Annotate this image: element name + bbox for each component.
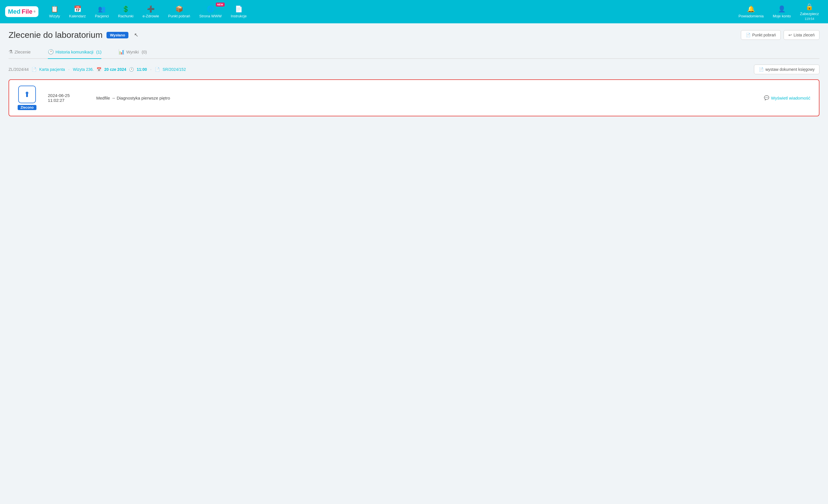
accounting-button[interactable]: 📄 wystaw dokument księgowy: [754, 64, 820, 74]
order-id: ZL/2024/44: [8, 67, 29, 72]
comm-entry: ⬆ Zlecono 2024-06-25 11:02:27 Medfile → …: [18, 86, 810, 110]
new-badge: NEW: [216, 3, 225, 6]
moje-konto-label: Moje konto: [773, 14, 791, 18]
header-buttons: 📄 Punkt pobrań ↩ Lista zleceń: [741, 30, 820, 40]
lista-zlecen-label: Lista zleceń: [793, 33, 815, 37]
moje-konto-button[interactable]: 👤 Moje konto: [769, 3, 795, 20]
punkt-pobran-label: Punkt pobrań: [168, 14, 190, 18]
wizyty-label: Wizyty: [49, 14, 60, 18]
meta-left: ZL/2024/44 📄 Karta pacjenta · Wizyta 236…: [8, 67, 186, 72]
wyniki-tab-label: Wyniki: [126, 49, 139, 54]
tabs: ⚗ Zlecenie 🕐 Historia komunikacji (1) 📊 …: [8, 46, 820, 59]
sidebar-item-punkt-pobran[interactable]: 📦 Punkt pobrań: [164, 3, 194, 20]
karta-pacjenta-link[interactable]: Karta pacjenta: [39, 67, 65, 72]
meta-time: 11:00: [137, 67, 147, 72]
powiadomienia-label: Powiadomienia: [739, 14, 764, 18]
navbar: MedFile® 📋 Wizyty 📅 Kalendarz 👥 Pacjenci…: [0, 0, 828, 23]
comm-upload-icon: ⬆: [18, 86, 36, 103]
rachunki-icon: 💲: [122, 5, 130, 13]
meta-date: 20 cze 2024: [104, 67, 126, 72]
view-message-link[interactable]: 💬 Wyświetl wiadomość: [764, 95, 810, 100]
doc-id-link[interactable]: SR/2024/152: [163, 67, 186, 72]
communication-card: ⬆ Zlecono 2024-06-25 11:02:27 Medfile → …: [8, 79, 820, 116]
zlecenie-tab-icon: ⚗: [8, 49, 13, 55]
wyniki-tab-icon: 📊: [118, 49, 124, 55]
e-zdrowie-label: e-Zdrowie: [143, 14, 159, 18]
instrukcje-icon: 📄: [235, 5, 243, 13]
nav-right: 🔔 Powiadomienia 👤 Moje konto 🔒 Zabezpiec…: [735, 1, 823, 23]
comm-time: 11:02:27: [48, 98, 85, 103]
comm-icon-area: ⬆ Zlecono: [18, 86, 36, 110]
tab-wyniki[interactable]: 📊 Wyniki (0): [118, 46, 147, 59]
sidebar-item-instrukcje[interactable]: 📄 Instrukcje: [227, 3, 251, 20]
cursor-icon: ↖: [134, 32, 138, 38]
sidebar-item-kalendarz[interactable]: 📅 Kalendarz: [65, 3, 90, 20]
dot-1: ·: [68, 67, 70, 72]
comm-route: Medfile → Diagnostyka pierwsze piętro: [96, 96, 752, 100]
file-icon: 📄: [32, 67, 36, 72]
accounting-icon: 📄: [759, 67, 764, 72]
pacjenci-label: Pacjenci: [95, 14, 109, 18]
main-content: Zlecenie do laboratorium Wysłano ↖ 📄 Pun…: [0, 23, 828, 123]
comm-status-label: Zlecono: [18, 105, 36, 110]
punkt-pobran-header-label: Punkt pobrań: [752, 33, 776, 37]
back-icon: ↩: [788, 33, 792, 37]
calendar-icon: 📅: [96, 67, 101, 72]
sidebar-item-wizyty[interactable]: 📋 Wizyty: [45, 3, 64, 20]
wyniki-tab-count: (0): [141, 49, 147, 54]
lock-icon: 🔒: [805, 3, 813, 10]
logo-file: File: [22, 8, 33, 15]
page-header: Zlecenie do laboratorium Wysłano ↖ 📄 Pun…: [8, 30, 820, 40]
historia-tab-icon: 🕐: [48, 49, 54, 55]
historia-tab-count: (1): [96, 49, 101, 54]
pacjenci-icon: 👥: [98, 5, 106, 13]
zabezpiecz-label: Zabezpiecz: [800, 12, 819, 16]
punkt-pobran-header-icon: 📄: [746, 33, 751, 37]
strona-www-label: Strona WWW: [199, 14, 222, 18]
kalendarz-label: Kalendarz: [69, 14, 86, 18]
tab-zlecenie[interactable]: ⚗ Zlecenie: [8, 46, 31, 59]
powiadomienia-button[interactable]: 🔔 Powiadomienia: [735, 3, 768, 20]
karta-pacjenta-label: Karta pacjenta: [39, 67, 65, 72]
rachunki-label: Rachunki: [118, 14, 133, 18]
status-badge: Wysłano: [107, 32, 128, 38]
instrukcje-label: Instrukcje: [231, 14, 247, 18]
nav-items: 📋 Wizyty 📅 Kalendarz 👥 Pacjenci 💲 Rachun…: [45, 3, 735, 20]
lista-zlecen-button[interactable]: ↩ Lista zleceń: [784, 30, 820, 40]
tab-historia-komunikacji[interactable]: 🕐 Historia komunikacji (1): [48, 46, 101, 59]
wizyta-link[interactable]: Wizyta 236.: [73, 67, 94, 72]
logo-area[interactable]: MedFile®: [5, 6, 38, 17]
bell-icon: 🔔: [747, 5, 755, 13]
doc-icon: 📄: [155, 67, 160, 72]
comm-datetime: 2024-06-25 11:02:27: [48, 93, 85, 103]
sidebar-item-strona-www[interactable]: NEW 🌐 Strona WWW: [195, 3, 226, 20]
page-title-area: Zlecenie do laboratorium Wysłano ↖: [8, 30, 138, 40]
logo-med: Med: [8, 8, 20, 15]
user-icon: 👤: [778, 5, 786, 13]
doc-id: SR/2024/152: [163, 67, 186, 72]
historia-tab-label: Historia komunikacji: [55, 49, 93, 54]
wizyta-label: Wizyta 236.: [73, 67, 94, 72]
punkt-pobran-header-button[interactable]: 📄 Punkt pobrań: [741, 30, 781, 40]
zlecenie-tab-label: Zlecenie: [14, 49, 31, 54]
sidebar-item-e-zdrowie[interactable]: ➕ e-Zdrowie: [139, 3, 163, 20]
kalendarz-icon: 📅: [74, 5, 81, 13]
logo-box: MedFile®: [5, 6, 38, 17]
zabezpiecz-time: 119:54: [805, 17, 814, 20]
meta-row: ZL/2024/44 📄 Karta pacjenta · Wizyta 236…: [8, 64, 820, 74]
dot-2: ·: [150, 67, 152, 72]
sidebar-item-rachunki[interactable]: 💲 Rachunki: [114, 3, 137, 20]
sidebar-item-pacjenci[interactable]: 👥 Pacjenci: [91, 3, 113, 20]
page-title: Zlecenie do laboratorium: [8, 30, 102, 40]
strona-www-icon: 🌐: [207, 5, 214, 13]
zabezpiecz-button[interactable]: 🔒 Zabezpiecz 119:54: [796, 1, 823, 23]
punkt-pobran-icon: 📦: [175, 5, 183, 13]
e-zdrowie-icon: ➕: [147, 5, 155, 13]
message-icon: 💬: [764, 95, 769, 100]
comm-date: 2024-06-25: [48, 93, 85, 98]
view-message-label: Wyświetl wiadomość: [771, 96, 810, 100]
wizyty-icon: 📋: [51, 5, 58, 13]
clock-icon: 🕐: [129, 67, 134, 72]
accounting-label: wystaw dokument księgowy: [765, 67, 815, 72]
logo-registered: ®: [34, 10, 36, 13]
